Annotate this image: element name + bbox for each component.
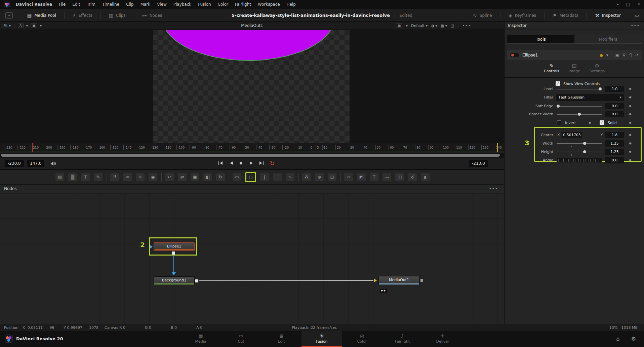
soft-edge-keyframe-icon[interactable]: ◆ bbox=[629, 104, 632, 108]
tool-shape-3d-icon[interactable]: ◩ bbox=[357, 173, 366, 181]
lock-icon[interactable] bbox=[629, 55, 632, 57]
tool-text-3d-icon[interactable]: T bbox=[370, 173, 378, 181]
nodes-options-menu[interactable]: ••• bbox=[489, 186, 498, 191]
loop-playback-button[interactable]: ↻ bbox=[270, 161, 275, 166]
ellipse-node-input-icon[interactable] bbox=[150, 245, 153, 248]
tool-ellipse-mask-icon[interactable]: ○ bbox=[246, 173, 255, 181]
viewer-options-menu[interactable]: ••• bbox=[462, 24, 472, 28]
tool-fast-noise-icon[interactable]: ▒ bbox=[68, 173, 77, 181]
page-tab-color[interactable]: ◎Color bbox=[342, 331, 382, 347]
filter-dropdown[interactable]: Fast Gaussian▾ bbox=[556, 94, 624, 101]
inspector-options-menu[interactable]: ••• bbox=[631, 23, 640, 28]
channel-button[interactable]: ◑ ▾ bbox=[431, 24, 437, 28]
background-node-output-icon[interactable] bbox=[195, 279, 198, 282]
menu-app-name[interactable]: DaVinci Resolve bbox=[12, 0, 55, 9]
panel-layout-icon[interactable]: ▭ bbox=[633, 13, 641, 18]
minimize-icon[interactable]: – bbox=[617, 0, 619, 9]
menu-item-color[interactable]: Color bbox=[214, 0, 232, 9]
mediaout-view-indicator[interactable]: ●● bbox=[380, 289, 387, 293]
invert-keyframe-icon[interactable]: ◆ bbox=[589, 121, 591, 124]
buffer-a-button[interactable]: A bbox=[18, 24, 24, 28]
show-view-controls-checkbox[interactable]: ✓ bbox=[556, 81, 560, 86]
view-layout-button[interactable]: ▣ bbox=[31, 24, 37, 28]
main-connection-line[interactable] bbox=[199, 280, 373, 281]
reset-icon[interactable]: ↺ bbox=[635, 53, 639, 57]
toolbar-button-metadata[interactable]: ⚑Metadata bbox=[548, 9, 583, 22]
border-width-slider[interactable] bbox=[557, 114, 602, 115]
menu-item-playback[interactable]: Playback bbox=[170, 0, 195, 9]
soft-edge-value-field[interactable]: 0.0 bbox=[605, 103, 624, 109]
page-tab-cut[interactable]: ✂Cut bbox=[221, 331, 261, 347]
tool-dve-icon[interactable]: ⇄ bbox=[178, 173, 187, 181]
grid-overlay-button[interactable]: ▦ ▾ bbox=[441, 24, 447, 28]
page-tab-fusion[interactable]: ✳Fusion bbox=[301, 331, 342, 347]
tool-layer-icon[interactable]: ▣ bbox=[191, 173, 199, 181]
proxy-button[interactable]: ▦ bbox=[396, 24, 402, 28]
subtab-settings[interactable]: ⚙Settings bbox=[590, 62, 605, 77]
width-value-field[interactable]: 1.25 bbox=[605, 140, 624, 147]
tool-color-corrector-icon[interactable]: ⠿ bbox=[110, 173, 119, 181]
node-color-dot-icon[interactable]: ● bbox=[600, 53, 603, 57]
menu-item-workspace[interactable]: Workspace bbox=[254, 0, 283, 9]
page-tab-fairlight[interactable]: ♪Fairlight bbox=[382, 331, 422, 347]
toolbar-button-spline[interactable]: ∿Spline bbox=[468, 9, 497, 22]
height-value-field[interactable]: 1.25 bbox=[605, 149, 624, 155]
node-enable-toggle[interactable] bbox=[510, 53, 519, 57]
tool-color-curves-icon[interactable]: ≋ bbox=[123, 173, 132, 181]
proxy-chevron-icon[interactable]: ▾ bbox=[406, 24, 408, 28]
toolbar-button-clips[interactable]: ▥Clips bbox=[104, 9, 130, 22]
tool-paint-icon[interactable]: ✎ bbox=[94, 173, 103, 181]
menu-item-fusion[interactable]: Fusion bbox=[195, 0, 214, 9]
pin-icon[interactable]: ⚲ bbox=[622, 53, 626, 57]
height-slider-handle[interactable] bbox=[583, 150, 586, 153]
node-graph[interactable]: 2 Ellipse1 Background1 MediaOut1 ●● bbox=[0, 193, 504, 324]
menu-item-view[interactable]: View bbox=[154, 0, 170, 9]
range-start-field[interactable]: -230.0 bbox=[5, 160, 24, 167]
range-end-field[interactable]: -213.0 bbox=[469, 160, 488, 167]
node-color-chevron-icon[interactable]: ▾ bbox=[606, 53, 608, 57]
subtab-controls[interactable]: ✎Controls bbox=[544, 62, 559, 77]
width-slider-handle[interactable] bbox=[583, 142, 586, 145]
tool-spot-light-icon[interactable]: ☌ bbox=[408, 173, 417, 181]
tool-background-icon[interactable]: ▨ bbox=[55, 173, 64, 181]
play-button[interactable] bbox=[249, 161, 253, 166]
tool-merge-3d-icon[interactable]: ↝ bbox=[383, 173, 391, 181]
quick-export-button[interactable]: ▾ bbox=[5, 12, 13, 18]
toolbar-button-effects[interactable]: ⚡Effects bbox=[68, 9, 97, 22]
height-slider[interactable] bbox=[557, 152, 602, 152]
ellipse-node-output-icon[interactable] bbox=[172, 252, 175, 255]
scrollbar-thumb[interactable] bbox=[1, 154, 500, 157]
mediaout-node-output-icon[interactable] bbox=[420, 279, 423, 282]
play-reverse-button[interactable] bbox=[229, 161, 233, 166]
tool-resize-icon[interactable]: ↻ bbox=[216, 173, 225, 181]
tab-modifiers[interactable]: Modifiers bbox=[574, 35, 642, 43]
mask-connection-line[interactable] bbox=[173, 255, 174, 272]
solid-checkbox[interactable]: ✓ bbox=[600, 120, 604, 125]
gear-icon[interactable]: ⚙ bbox=[631, 336, 636, 342]
height-keyframe-icon[interactable]: ◆ bbox=[629, 150, 632, 153]
zoom-fit-dropdown[interactable]: Fit ▾ bbox=[3, 24, 11, 28]
tool-wiggle-mask-icon[interactable]: ∿ bbox=[286, 173, 294, 181]
lut-dropdown[interactable]: Default ▾ bbox=[411, 24, 428, 28]
center-x-field[interactable]: 0.501703 bbox=[562, 132, 582, 138]
toolbar-button-keyframes[interactable]: ◈Keyframes bbox=[504, 9, 541, 22]
width-slider[interactable] bbox=[557, 143, 602, 144]
tool-hue-curves-icon[interactable]: ◉ bbox=[149, 173, 157, 181]
tool-camera-3d-icon[interactable]: ◫ bbox=[395, 173, 404, 181]
tool-p-render-icon[interactable]: ⊡ bbox=[328, 173, 336, 181]
tool-renderer-3d-icon[interactable]: ◗ bbox=[421, 173, 430, 181]
width-keyframe-icon[interactable]: ◆ bbox=[629, 141, 632, 145]
menu-item-file[interactable]: File bbox=[55, 0, 69, 9]
menu-item-help[interactable]: Help bbox=[283, 0, 299, 9]
menu-item-edit[interactable]: Edit bbox=[69, 0, 83, 9]
page-tab-edit[interactable]: ≣Edit bbox=[261, 331, 301, 347]
tool-matte-control-icon[interactable]: ◧ bbox=[203, 173, 212, 181]
current-time-field[interactable]: 147.0 bbox=[27, 160, 44, 167]
level-slider-handle[interactable] bbox=[599, 87, 602, 90]
tool-bspline-mask-icon[interactable]: ⌒ bbox=[273, 173, 282, 181]
menu-item-mark[interactable]: Mark bbox=[137, 0, 154, 9]
angle-value-field[interactable]: 0.0 bbox=[605, 157, 624, 163]
tool-p-merge-icon[interactable]: ⊕ bbox=[315, 173, 324, 181]
buffer-chevron-icon[interactable]: ▾ bbox=[26, 24, 28, 28]
soft-edge-slider[interactable] bbox=[557, 106, 602, 107]
